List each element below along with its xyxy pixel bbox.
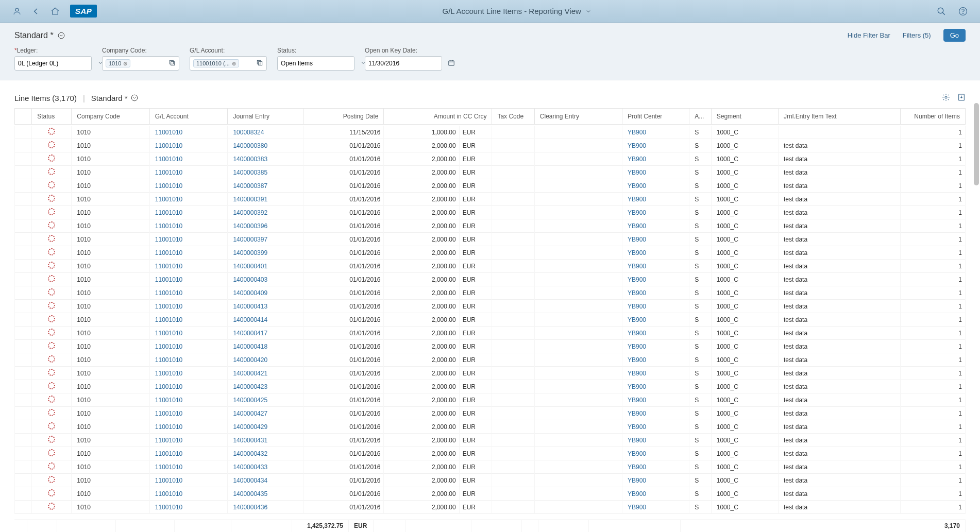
col-posting[interactable]: Posting Date — [303, 109, 384, 125]
col-profit[interactable]: Profit Center — [622, 109, 689, 125]
profit-link[interactable]: YB900 — [628, 156, 646, 163]
col-journal[interactable]: Journal Entry — [228, 109, 303, 125]
col-tax[interactable]: Tax Code — [492, 109, 534, 125]
gl-link[interactable]: 11001010 — [155, 156, 182, 163]
gl-link[interactable]: 11001010 — [155, 289, 182, 297]
profit-link[interactable]: YB900 — [628, 423, 646, 431]
user-icon[interactable] — [12, 7, 22, 16]
shell-title[interactable]: G/L Account Line Items - Reporting View — [443, 7, 592, 15]
profit-link[interactable]: YB900 — [628, 410, 646, 417]
token-remove-icon[interactable]: ⊗ — [232, 61, 236, 66]
profit-link[interactable]: YB900 — [628, 129, 646, 136]
journal-link[interactable]: 1400000380 — [233, 142, 267, 149]
token-remove-icon[interactable]: ⊗ — [123, 61, 127, 66]
search-icon[interactable] — [937, 7, 946, 16]
journal-link[interactable]: 1400000421 — [233, 370, 267, 377]
gl-link[interactable]: 11001010 — [155, 477, 182, 484]
profit-link[interactable]: YB900 — [628, 276, 646, 283]
table-row[interactable]: 101011001010140000042301/01/20162,000.00… — [15, 380, 966, 393]
gl-link[interactable]: 11001010 — [155, 182, 182, 190]
table-row[interactable]: 101011001010140000041701/01/20162,000.00… — [15, 327, 966, 340]
gl-link[interactable]: 11001010 — [155, 249, 182, 256]
scrollbar[interactable] — [974, 103, 979, 185]
gl-link[interactable]: 11001010 — [155, 236, 182, 243]
table-row[interactable]: 10101100101010000832411/15/20161,000.00E… — [15, 126, 966, 139]
profit-link[interactable]: YB900 — [628, 343, 646, 350]
table-row[interactable]: 101011001010140000043201/01/20162,000.00… — [15, 447, 966, 460]
profit-link[interactable]: YB900 — [628, 249, 646, 256]
table-row[interactable]: 101011001010140000043301/01/20162,000.00… — [15, 460, 966, 474]
journal-link[interactable]: 1400000432 — [233, 450, 267, 457]
profit-link[interactable]: YB900 — [628, 370, 646, 377]
table-row[interactable]: 101011001010140000041401/01/20162,000.00… — [15, 313, 966, 327]
journal-link[interactable]: 1400000392 — [233, 209, 267, 216]
gl-link[interactable]: 11001010 — [155, 209, 182, 216]
gl-link[interactable]: 11001010 — [155, 356, 182, 364]
journal-link[interactable]: 1400000420 — [233, 356, 267, 364]
table-row[interactable]: 101011001010140000042001/01/20162,000.00… — [15, 353, 966, 367]
gl-link[interactable]: 11001010 — [155, 450, 182, 457]
export-icon[interactable] — [957, 93, 966, 103]
back-icon[interactable] — [32, 7, 40, 15]
key-date-value[interactable] — [368, 60, 446, 67]
journal-link[interactable]: 1400000397 — [233, 236, 267, 243]
table-row[interactable]: 101011001010140000039101/01/20162,000.00… — [15, 193, 966, 206]
gl-link[interactable]: 11001010 — [155, 316, 182, 323]
table-row[interactable]: 101011001010140000040101/01/20162,000.00… — [15, 260, 966, 273]
table-row[interactable]: 101011001010140000042901/01/20162,000.00… — [15, 420, 966, 434]
table-row[interactable]: 101011001010140000043501/01/20162,000.00… — [15, 487, 966, 501]
journal-link[interactable]: 1400000413 — [233, 303, 267, 310]
journal-link[interactable]: 1400000414 — [233, 316, 267, 323]
gl-link[interactable]: 11001010 — [155, 263, 182, 270]
table-row[interactable]: 101011001010140000039601/01/20162,000.00… — [15, 219, 966, 233]
table-row[interactable]: 101011001010140000043101/01/20162,000.00… — [15, 434, 966, 447]
gl-link[interactable]: 11001010 — [155, 383, 182, 390]
col-a[interactable]: A... — [689, 109, 712, 125]
profit-link[interactable]: YB900 — [628, 263, 646, 270]
gl-link[interactable]: 11001010 — [155, 196, 182, 203]
col-status[interactable]: Status — [32, 109, 72, 125]
profit-link[interactable]: YB900 — [628, 477, 646, 484]
table-row[interactable]: 101011001010140000038301/01/20162,000.00… — [15, 152, 966, 166]
table-row[interactable]: 101011001010140000038701/01/20162,000.00… — [15, 179, 966, 193]
table-row[interactable]: 101011001010140000038501/01/20162,000.00… — [15, 166, 966, 179]
ledger-value[interactable] — [18, 60, 95, 67]
gl-link[interactable]: 11001010 — [155, 490, 182, 497]
journal-link[interactable]: 1400000427 — [233, 410, 267, 417]
journal-link[interactable]: 1400000396 — [233, 222, 267, 230]
home-icon[interactable] — [50, 7, 60, 16]
col-text[interactable]: Jrnl.Entry Item Text — [779, 109, 901, 125]
profit-link[interactable]: YB900 — [628, 504, 646, 511]
gl-link[interactable]: 11001010 — [155, 410, 182, 417]
table-row[interactable]: 101011001010140000039201/01/20162,000.00… — [15, 206, 966, 219]
status-select[interactable] — [277, 56, 354, 71]
journal-link[interactable]: 1400000387 — [233, 182, 267, 190]
profit-link[interactable]: YB900 — [628, 490, 646, 497]
calendar-icon[interactable] — [448, 59, 455, 68]
table-row[interactable]: 101011001010140000041301/01/20162,000.00… — [15, 300, 966, 313]
gl-link[interactable]: 11001010 — [155, 504, 182, 511]
gl-link[interactable]: 11001010 — [155, 303, 182, 310]
journal-link[interactable]: 1400000436 — [233, 504, 267, 511]
col-select[interactable] — [15, 109, 32, 125]
gl-link[interactable]: 11001010 — [155, 222, 182, 230]
table-row[interactable]: 101011001010140000043601/01/20162,000.00… — [15, 501, 966, 514]
company-code-input[interactable]: 1010⊗ — [102, 56, 179, 71]
table-row[interactable]: 101011001010140000042501/01/20162,000.00… — [15, 393, 966, 407]
journal-link[interactable]: 1400000403 — [233, 276, 267, 283]
gl-link[interactable]: 11001010 — [155, 276, 182, 283]
go-button[interactable]: Go — [943, 29, 966, 42]
table-row[interactable]: 101011001010140000039901/01/20162,000.00… — [15, 246, 966, 260]
help-icon[interactable] — [958, 7, 968, 16]
gl-link[interactable]: 11001010 — [155, 142, 182, 149]
table-row[interactable]: 101011001010140000042701/01/20162,000.00… — [15, 407, 966, 420]
table-row[interactable]: 101011001010140000043401/01/20162,000.00… — [15, 474, 966, 487]
profit-link[interactable]: YB900 — [628, 464, 646, 471]
journal-link[interactable]: 100008324 — [233, 129, 264, 136]
gl-account-input[interactable]: 11001010 (...⊗ — [190, 56, 267, 71]
journal-link[interactable]: 1400000433 — [233, 464, 267, 471]
gl-link[interactable]: 11001010 — [155, 343, 182, 350]
filter-bar-variant[interactable]: Standard * — [14, 31, 65, 40]
ledger-select[interactable] — [14, 56, 92, 71]
profit-link[interactable]: YB900 — [628, 303, 646, 310]
